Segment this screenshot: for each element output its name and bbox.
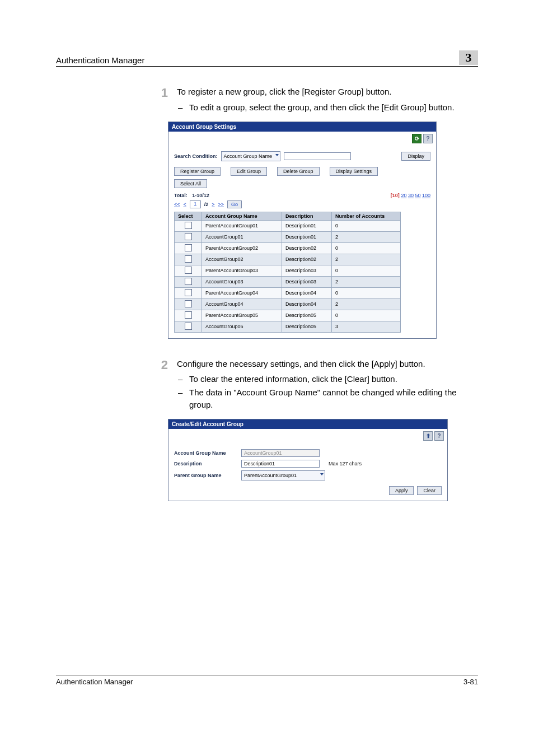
col-number-accounts: Number of Accounts xyxy=(332,212,401,220)
dash-icon: – xyxy=(177,386,189,411)
step-2-sub-1: To clear the entered information, click … xyxy=(189,373,478,385)
table-row: ParentAccountGroup03Description030 xyxy=(175,265,401,276)
footer-page: 3-81 xyxy=(463,678,478,686)
row-checkbox[interactable] xyxy=(185,255,192,263)
apply-button[interactable]: Apply xyxy=(389,486,414,495)
pager-last[interactable]: >> xyxy=(218,202,224,207)
clear-button[interactable]: Clear xyxy=(417,486,442,495)
row-checkbox[interactable] xyxy=(185,278,192,285)
step-2-number: 2 xyxy=(146,358,177,411)
group-table: Select Account Group Name Description Nu… xyxy=(174,212,401,333)
account-group-settings-panel: Account Group Settings ⟳ ? Search Condit… xyxy=(168,122,437,339)
panel-title: Account Group Settings xyxy=(168,122,436,132)
row-checkbox[interactable] xyxy=(185,222,192,229)
page-size-30[interactable]: 30 xyxy=(408,193,414,198)
panel-title: Create/Edit Account Group xyxy=(168,419,447,429)
row-checkbox[interactable] xyxy=(185,267,192,274)
table-row: ParentAccountGroup04Description040 xyxy=(175,287,401,298)
pager-first[interactable]: << xyxy=(174,202,180,207)
col-description: Description xyxy=(282,212,332,220)
help-icon[interactable]: ? xyxy=(423,134,433,143)
pager-prev[interactable]: < xyxy=(184,202,186,207)
description-hint: Max 127 chars xyxy=(329,461,362,466)
step-1-sub-1: To edit a group, select the group, and t… xyxy=(189,101,478,114)
step-2-sub-2: The data in "Account Group Name" cannot … xyxy=(189,386,478,411)
total-label: Total: xyxy=(174,193,188,198)
page-header-title: Authentication Manager xyxy=(56,55,144,65)
chapter-badge: 3 xyxy=(459,50,478,65)
table-row: AccountGroup04Description042 xyxy=(175,298,401,310)
step-2-text: Configure the necessary settings, and th… xyxy=(177,358,478,370)
footer-title: Authentication Manager xyxy=(56,678,133,686)
parent-group-name-select[interactable]: ParentAccountGroup01 xyxy=(241,470,325,480)
create-edit-account-group-panel: Create/Edit Account Group ⬆ ? Account Gr… xyxy=(168,419,448,501)
row-checkbox[interactable] xyxy=(185,233,192,240)
account-group-name-input: AccountGroup01 xyxy=(241,449,320,457)
page-size-50[interactable]: 50 xyxy=(415,193,420,198)
search-condition-label: Search Condition: xyxy=(174,153,218,159)
page-size-20[interactable]: 20 xyxy=(401,193,406,198)
description-input[interactable]: Description01 xyxy=(241,460,320,468)
table-row: ParentAccountGroup02Description020 xyxy=(175,242,401,254)
dash-icon: – xyxy=(177,373,189,385)
back-icon[interactable]: ⬆ xyxy=(423,431,433,441)
register-group-button[interactable]: Register Group xyxy=(174,167,221,176)
row-checkbox[interactable] xyxy=(185,289,192,296)
display-settings-button[interactable]: Display Settings xyxy=(330,167,378,176)
display-button[interactable]: Display xyxy=(401,152,430,161)
parent-group-name-label: Parent Group Name xyxy=(174,473,241,478)
pager-page-input[interactable]: 1 xyxy=(190,200,201,208)
search-condition-select[interactable]: Account Group Name xyxy=(221,151,281,161)
row-checkbox[interactable] xyxy=(185,323,192,330)
col-select: Select xyxy=(175,212,202,220)
row-checkbox[interactable] xyxy=(185,300,192,307)
pager-go-button[interactable]: Go xyxy=(227,200,242,208)
step-1-number: 1 xyxy=(146,86,177,114)
search-value-input[interactable] xyxy=(284,152,351,160)
table-row: AccountGroup02Description022 xyxy=(175,254,401,265)
delete-group-button[interactable]: Delete Group xyxy=(277,167,320,176)
pager-total: /2 xyxy=(204,202,209,207)
table-row: AccountGroup01Description012 xyxy=(175,231,401,242)
row-checkbox[interactable] xyxy=(185,244,192,251)
account-group-name-label: Account Group Name xyxy=(174,450,241,456)
table-row: ParentAccountGroup01Description010 xyxy=(175,220,401,231)
total-value: 1-10/12 xyxy=(192,193,209,198)
help-icon[interactable]: ? xyxy=(434,431,444,441)
table-row: AccountGroup03Description032 xyxy=(175,276,401,287)
page-size-links: [10] 20 30 50 100 xyxy=(391,193,430,198)
page-size-100[interactable]: 100 xyxy=(422,193,430,198)
page-size-10: [10] xyxy=(391,193,400,198)
col-name: Account Group Name xyxy=(202,212,282,220)
dash-icon: – xyxy=(177,101,189,114)
pager-next[interactable]: > xyxy=(212,202,214,207)
row-checkbox[interactable] xyxy=(185,311,192,319)
step-1-text: To register a new group, click the [Regi… xyxy=(177,86,478,98)
description-label: Description xyxy=(174,461,241,466)
edit-group-button[interactable]: Edit Group xyxy=(231,167,267,176)
refresh-icon[interactable]: ⟳ xyxy=(412,134,421,143)
table-row: ParentAccountGroup05Description050 xyxy=(175,310,401,321)
select-all-button[interactable]: Select All xyxy=(174,179,207,188)
table-row: AccountGroup05Description053 xyxy=(175,321,401,332)
